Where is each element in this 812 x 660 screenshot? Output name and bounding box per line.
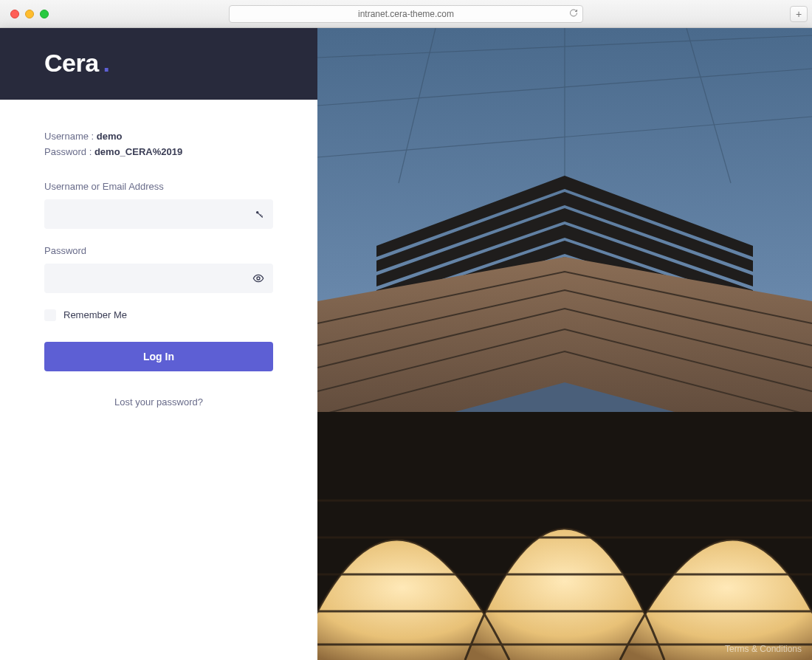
login-form: Username : demo Password : demo_CERA%201… xyxy=(0,100,317,408)
new-tab-button[interactable]: + xyxy=(790,6,808,22)
password-input[interactable] xyxy=(44,264,273,293)
window-chrome: intranet.cera-theme.com + xyxy=(0,0,812,28)
reload-icon[interactable] xyxy=(569,8,578,19)
login-panel: Cera. Username : demo Password : demo_CE… xyxy=(0,28,317,660)
remember-row: Remember Me xyxy=(44,309,273,321)
remember-label: Remember Me xyxy=(63,309,127,320)
remember-checkbox[interactable] xyxy=(44,309,56,321)
page-viewport: Cera. Username : demo Password : demo_CE… xyxy=(0,28,812,660)
demo-username-label: Username : xyxy=(44,131,97,142)
brand-name: Cera xyxy=(44,49,99,77)
svg-point-1 xyxy=(257,277,260,280)
lost-password-link[interactable]: Lost your password? xyxy=(44,396,273,408)
login-button[interactable]: Log In xyxy=(44,342,273,371)
traffic-lights xyxy=(10,10,49,18)
demo-password-value: demo_CERA%2019 xyxy=(94,146,182,157)
key-icon[interactable] xyxy=(254,209,264,219)
address-bar[interactable]: intranet.cera-theme.com xyxy=(229,5,583,23)
username-field-wrap xyxy=(44,199,273,229)
demo-username-value: demo xyxy=(97,131,123,142)
close-window-button[interactable] xyxy=(10,10,19,18)
address-url: intranet.cera-theme.com xyxy=(358,9,454,19)
terms-link[interactable]: Terms & Conditions xyxy=(725,644,802,654)
username-label: Username or Email Address xyxy=(44,181,273,192)
password-field-wrap xyxy=(44,264,273,293)
maximize-window-button[interactable] xyxy=(40,10,49,18)
brand-header: Cera. xyxy=(0,28,317,100)
address-bar-wrap: intranet.cera-theme.com xyxy=(229,5,583,23)
demo-password-label: Password : xyxy=(44,146,94,157)
minimize-window-button[interactable] xyxy=(25,10,34,18)
username-input[interactable] xyxy=(44,199,273,229)
demo-credentials: Username : demo Password : demo_CERA%201… xyxy=(44,129,273,160)
eye-icon[interactable] xyxy=(252,272,264,284)
brand-dot: . xyxy=(103,49,110,77)
password-label: Password xyxy=(44,245,273,256)
hero-image: Terms & Conditions xyxy=(317,28,812,660)
